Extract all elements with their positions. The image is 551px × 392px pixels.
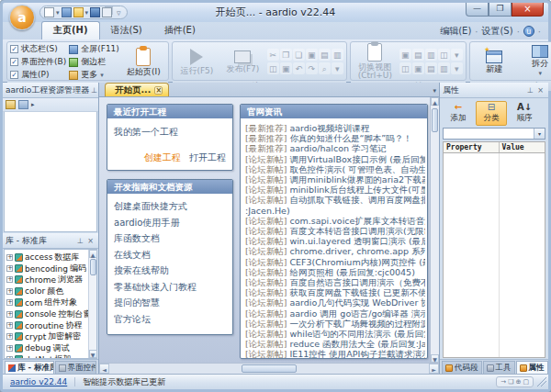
library-tree-item[interactable]: + chrome 浏览器: [6, 274, 88, 286]
align-center-icon[interactable]: ▤: [412, 49, 424, 61]
page-scrollbar[interactable]: ▲ ▼: [430, 97, 439, 363]
format-icon[interactable]: ▣: [306, 49, 318, 61]
scroll-thumb[interactable]: [242, 364, 297, 373]
expander-plus-icon[interactable]: +: [6, 265, 13, 272]
properties-checkbox[interactable]: ✓ 属性(P): [10, 69, 66, 81]
news-item-link[interactable]: [论坛新帖] 百度文本转语音接口调用演示(无限制免费调用) (: [245, 226, 425, 236]
news-item-link[interactable]: [论坛新帖] 一次分析下载广场舞视频的过程附源码...... (最后[: [245, 319, 425, 329]
news-item-link[interactable]: [论坛新帖] 获取百度网盘下载链接( 已更新不使用浏览器控: [245, 287, 425, 297]
guide-link[interactable]: 在线文档: [114, 249, 226, 262]
library-tree-item[interactable]: + debug 调试: [6, 342, 88, 353]
expander-plus-icon[interactable]: +: [6, 311, 13, 318]
news-item-link[interactable]: [论坛新帖] CEF3(Chromium内核)网页控件 (最后回复:Jace: [245, 257, 425, 267]
close-panel-icon[interactable]: ×: [85, 236, 96, 246]
project-open-icon[interactable]: [6, 100, 16, 109]
ribbon-tab-home[interactable]: 主页(H): [41, 21, 100, 39]
cut-icon[interactable]: ✂: [267, 49, 279, 61]
expander-plus-icon[interactable]: +: [6, 254, 13, 261]
guide-link[interactable]: 搜索在线帮助: [114, 264, 226, 277]
news-item-link[interactable]: [论坛新帖] 调用VirtualBox接口示例 (最后回复:Jacen.He): [245, 154, 425, 164]
scroll-up-icon[interactable]: ▲: [431, 97, 439, 106]
library-tree-item[interactable]: + crypt 加密解密: [6, 331, 88, 342]
pin-icon[interactable]: ⊥: [89, 85, 98, 95]
expander-plus-icon[interactable]: +: [6, 322, 13, 329]
open-dropdown-icon[interactable]: ▾: [85, 9, 89, 17]
news-item-link[interactable]: [论坛新帖] aardio几句代码实现 WebDriver 协议客户端 (最: [245, 297, 425, 308]
lock-icon[interactable]: ▤: [425, 62, 437, 74]
resize-grip[interactable]: [537, 377, 546, 386]
grid-dropdown-icon[interactable]: ▾: [451, 62, 463, 74]
split-window-button[interactable]: 拆分 ▾: [519, 43, 551, 80]
more-button[interactable]: 更多 ▾: [69, 69, 119, 81]
scroll-down-icon[interactable]: ▼: [89, 350, 97, 358]
expander-plus-icon[interactable]: +: [6, 345, 13, 352]
object-selector-combobox[interactable]: ▾: [443, 128, 545, 140]
edit-menu[interactable]: 编辑(E): [440, 25, 471, 38]
start-page-button[interactable]: 起始页(I): [122, 44, 165, 81]
library-tree-item[interactable]: + console 控制台窗口: [6, 308, 88, 319]
maximize-button[interactable]: ❐: [489, 3, 512, 17]
tab-code-snippets[interactable]: 代码段: [442, 361, 482, 374]
news-item-link[interactable]: [最新推荐] 你真的知道什么是“脚本”吗？！: [245, 133, 425, 143]
new-file-icon[interactable]: [44, 7, 54, 17]
paste-icon[interactable]: ❏: [293, 49, 305, 61]
anchor-icon[interactable]: ◫: [438, 49, 450, 61]
add-property-button[interactable]: ← 添加: [443, 101, 474, 126]
guide-link[interactable]: 创建桌面快捷方式: [114, 200, 226, 213]
news-item-link[interactable]: [论坛新帖] while语句的不同用法演示 (最后回复:Jacen.He): [245, 329, 425, 339]
explorer-tree-area[interactable]: [4, 112, 97, 232]
news-item-link[interactable]: [最新推荐] aardio视频培训课程: [245, 123, 425, 133]
library-tree-item[interactable]: + com 组件对象: [6, 297, 88, 308]
recent-project-link[interactable]: 我的第一个工程: [114, 126, 226, 139]
order-icon[interactable]: ▣: [412, 62, 424, 74]
comment-icon[interactable]: ▥: [332, 49, 343, 61]
qat-overflow-icon[interactable]: ▿: [117, 8, 121, 17]
layout-toggle-icon[interactable]: ⊕: [516, 377, 522, 386]
statusbar-checkbox[interactable]: ✓ 状态栏(S): [10, 43, 66, 55]
sort-order-button[interactable]: A↓ 顺序: [509, 101, 540, 126]
news-item-link[interactable]: [论坛新帖] aardio 调用 go语言/go编译器 演示（已更新）: [245, 308, 425, 319]
close-panel-icon[interactable]: ×: [535, 85, 545, 95]
library-tree-item[interactable]: + bencoding 编码: [6, 263, 88, 274]
news-item-link[interactable]: [论坛新帖] 调用miniblink做界面的aria2下载器 (最后回复:L: [245, 174, 425, 185]
expander-plus-icon[interactable]: +: [6, 356, 13, 358]
news-item-link[interactable]: [论坛新帖] 取色控件演示( 可管理色表、自动生成配色方案 ): [245, 164, 425, 174]
scroll-right-icon[interactable]: ►: [429, 364, 439, 374]
expander-plus-icon[interactable]: +: [6, 276, 13, 283]
project-save-icon[interactable]: [18, 100, 28, 109]
align-left-icon[interactable]: ▣: [399, 49, 411, 61]
find-dropdown-icon[interactable]: ▾: [332, 62, 343, 74]
combobox-dropdown-icon[interactable]: ▾: [534, 129, 545, 139]
guide-link[interactable]: 官方论坛: [114, 313, 226, 326]
guide-link[interactable]: 提问的智慧: [114, 297, 226, 309]
close-button[interactable]: ×: [512, 3, 544, 17]
news-item-link[interactable]: [论坛新帖] win.ui.layered 透明窗口演示 (最后回复:Jacen…: [245, 236, 425, 246]
import-icon[interactable]: [102, 7, 112, 17]
expander-plus-icon[interactable]: +: [6, 288, 13, 295]
anchor-dropdown-icon[interactable]: ▾: [451, 49, 463, 61]
tab-close-icon[interactable]: ×: [154, 86, 163, 95]
save-icon[interactable]: [90, 7, 100, 17]
categorize-button[interactable]: ⊟ 分类: [476, 101, 507, 126]
value-column-header[interactable]: Value: [500, 142, 524, 152]
help-icon[interactable]: u: [523, 26, 534, 37]
redo-icon[interactable]: ↷: [306, 62, 318, 74]
size-icon[interactable]: ◫: [399, 62, 411, 74]
news-item-link[interactable]: :Jacen.He): [245, 206, 425, 216]
guide-link[interactable]: aardio使用手册: [114, 217, 226, 230]
tab-properties[interactable]: 属性: [516, 361, 548, 374]
horizontal-scrollbar[interactable]: ◄ ►: [99, 363, 439, 374]
open-project-link[interactable]: 打开工程: [189, 152, 226, 162]
news-item-link[interactable]: [论坛新帖] 自动抓取下载链接、调用百度网盘批量离线下载 (最后回复: [245, 195, 425, 205]
pin-icon[interactable]: ⊥: [525, 85, 535, 95]
run-button[interactable]: 运行(F5): [175, 43, 219, 80]
guide-link[interactable]: 库函数文档: [114, 232, 226, 245]
scroll-thumb[interactable]: [432, 108, 438, 132]
news-item-link[interactable]: [论坛新帖] 百度自然语言接口调用演示（免费不限调用次数: [245, 277, 425, 287]
indent-icon[interactable]: ▤: [319, 49, 331, 61]
tab-library[interactable]: 库 - 标准库: [5, 361, 54, 374]
sidebar-button[interactable]: 侧边栏: [69, 56, 119, 68]
version-link[interactable]: aardio v22.44: [3, 377, 75, 386]
ribbon-tab-syntax[interactable]: 语法(S): [100, 22, 153, 39]
open-folder-icon[interactable]: [73, 7, 84, 17]
